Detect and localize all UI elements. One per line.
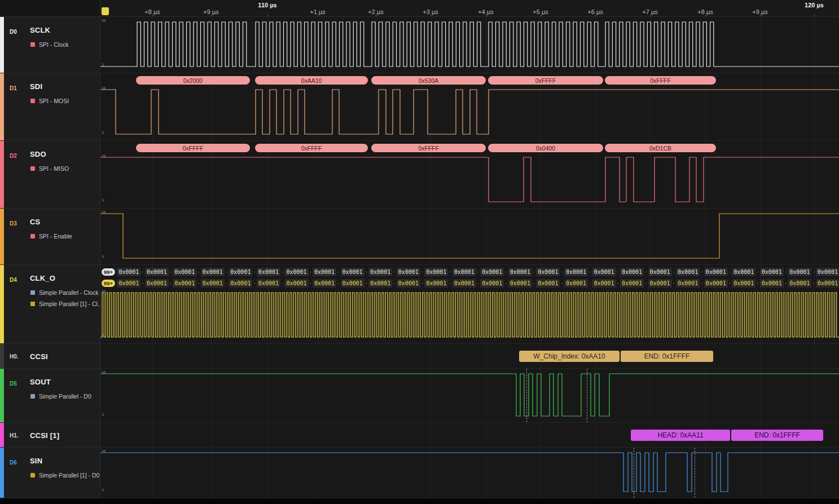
dashed-marker-line (695, 448, 695, 498)
level-high-label: H (102, 370, 106, 375)
level-low-label: L (102, 254, 104, 259)
decoded-value-badge[interactable]: 0x530A (371, 76, 486, 85)
decoded-value-badge[interactable]: 0xFFFF (255, 144, 368, 152)
timeline-minor-label: +1 µs (310, 8, 325, 15)
wave-row-d5[interactable]: HL (100, 369, 839, 423)
channel-name-label: SDO (30, 150, 46, 158)
separator-dot: · (477, 268, 480, 277)
channel-name-label: SDI (30, 82, 42, 91)
digital-waveform-d5 (100, 369, 839, 423)
analyzer-color-icon (30, 166, 35, 171)
decoded-value: 0x0001 (284, 268, 308, 277)
level-high-label: H (102, 210, 106, 215)
analyzer-row: Simple Parallel - Clock (30, 289, 99, 296)
separator-dot: · (588, 268, 591, 277)
decoded-value-badge[interactable]: 0x2000 (136, 76, 250, 85)
wave-row-d4[interactable]: HL99+0x0001·0x0001·0x0001·0x0001·0x0001·… (100, 265, 839, 344)
decoded-value-badge[interactable]: 0xD1CB (605, 144, 716, 152)
wave-row-d3[interactable]: HL (100, 209, 839, 265)
decoded-value: 0x0001 (117, 268, 140, 277)
channel-color-strip (0, 17, 4, 73)
wave-row-d0[interactable]: HL (100, 17, 839, 73)
sidebar-channel-h0[interactable]: H0.CCSI (0, 344, 100, 369)
wave-row-d1[interactable]: HL0x20000xAA100x530A0xFFFF0xFFFF (100, 73, 839, 141)
separator-dot: · (365, 268, 368, 277)
decoded-value: 0x0001 (284, 279, 308, 288)
separator-dot: · (617, 279, 620, 288)
decoded-value: 0x0001 (341, 279, 364, 288)
separator-dot: · (141, 268, 144, 277)
separator-dot: · (197, 268, 200, 277)
timeline-minor-label: +2 µs (368, 8, 383, 15)
decoded-value-badge[interactable]: END: 0x1FFFF (731, 430, 823, 441)
analyzer-color-icon (30, 302, 35, 306)
analyzer-row: Simple Parallel [1] - D0 (30, 472, 99, 479)
separator-dot: · (225, 279, 228, 288)
sidebar-channel-d1[interactable]: D1SDISPI - MOSI (0, 73, 100, 141)
decoded-value-badge[interactable]: 0xFFFF (488, 76, 603, 85)
decoded-value: 0x0001 (201, 279, 225, 288)
overflow-count-pill[interactable]: 99+ (102, 268, 115, 276)
separator-dot: · (393, 279, 396, 288)
timeline-marker-flag[interactable] (102, 7, 109, 15)
decoded-value: 0x0001 (453, 279, 476, 288)
decoded-value: 0x0001 (480, 279, 504, 288)
separator-dot: · (421, 279, 424, 288)
wave-row-d2[interactable]: HL0xFFFF0xFFFF0xFFFF0x04000xD1CB (100, 141, 839, 209)
sidebar-channel-d5[interactable]: D5SOUTSimple Parallel - D0 (0, 369, 100, 423)
decoded-value-badge[interactable]: 0xFFFF (136, 144, 250, 152)
decoded-value-badge[interactable]: END: 0x1FFFF (621, 351, 713, 362)
separator-dot: · (449, 279, 451, 288)
decoded-value-badge[interactable]: W_Chip_Index: 0xAA10 (519, 351, 620, 362)
analyzer-row: SPI - MISO (30, 165, 69, 172)
decoded-value-badge[interactable]: 0xFFFF (371, 144, 486, 152)
decoded-value: 0x0001 (620, 268, 644, 277)
waveform-area[interactable]: HLHL0x20000xAA100x530A0xFFFF0xFFFFHL0xFF… (100, 17, 839, 498)
separator-dot: · (533, 279, 535, 288)
decoded-value: 0x0001 (368, 279, 392, 288)
sidebar-channel-h1[interactable]: H1.CCSI [1] (0, 423, 100, 448)
sidebar-channel-d2[interactable]: D2SDOSPI - MISO (0, 141, 100, 209)
separator-dot: · (560, 279, 563, 288)
channel-id-label: D5 (10, 381, 17, 387)
sidebar-channel-d6[interactable]: D6SINSimple Parallel [1] - D0 (0, 448, 100, 498)
channel-color-strip (0, 344, 4, 368)
separator-dot: · (533, 268, 535, 277)
ruler-tick (267, 14, 268, 16)
sidebar-channel-d3[interactable]: D3CSSPI - Enable (0, 209, 100, 265)
channel-name-label: CCSI [1] (30, 431, 59, 439)
separator-dot: · (253, 268, 256, 277)
decoded-value-badge[interactable]: HEAD: 0xAA11 (631, 430, 730, 441)
separator-dot: · (449, 268, 451, 277)
separator-dot: · (617, 268, 620, 277)
analyzer-name-label: SPI - MOSI (39, 98, 69, 104)
decoded-value-badge[interactable]: 0x0400 (488, 144, 603, 152)
sidebar-channel-d4[interactable]: D4CLK_OSimple Parallel - ClockSimple Par… (0, 265, 100, 344)
analyzer-color-icon (30, 99, 35, 103)
wave-row-h1[interactable]: HEAD: 0xAA11END: 0x1FFFF (100, 423, 839, 448)
separator-dot: · (812, 279, 815, 288)
overflow-count-pill[interactable]: 99+ (102, 280, 115, 287)
separator-dot: · (309, 279, 312, 288)
decoded-value: 0x0001 (173, 279, 196, 288)
separator-dot: · (784, 268, 787, 277)
analyzer-row: Simple Parallel - D0 (30, 393, 91, 400)
separator-dot: · (504, 268, 507, 277)
decoded-value: 0x0001 (229, 268, 252, 277)
decoded-value-badge[interactable]: 0xFFFF (605, 76, 716, 85)
decoded-value: 0x0001 (648, 268, 672, 277)
horizontal-scrollbar[interactable] (0, 498, 839, 504)
timeline-ruler[interactable]: 110 µs120 µs+8 µs+9 µs+1 µs+2 µs+3 µs+4 … (100, 0, 839, 17)
separator-dot: · (225, 268, 228, 277)
wave-row-d6[interactable]: HL (100, 448, 839, 498)
channel-id-label: D3 (10, 220, 17, 227)
sidebar-channel-d0[interactable]: D0SCLKSPI - Clock (0, 17, 100, 73)
decoded-value: 0x0001 (648, 279, 672, 288)
analyzer-name-label: SPI - Clock (39, 41, 69, 48)
separator-dot: · (169, 279, 172, 288)
decoded-value-badge[interactable]: 0xAA10 (255, 76, 368, 85)
wave-row-h0[interactable]: W_Chip_Index: 0xAA10END: 0x1FFFF (100, 344, 839, 369)
decoded-value: 0x0001 (424, 268, 448, 277)
channel-id-label: D4 (10, 277, 17, 283)
separator-dot: · (477, 279, 480, 288)
